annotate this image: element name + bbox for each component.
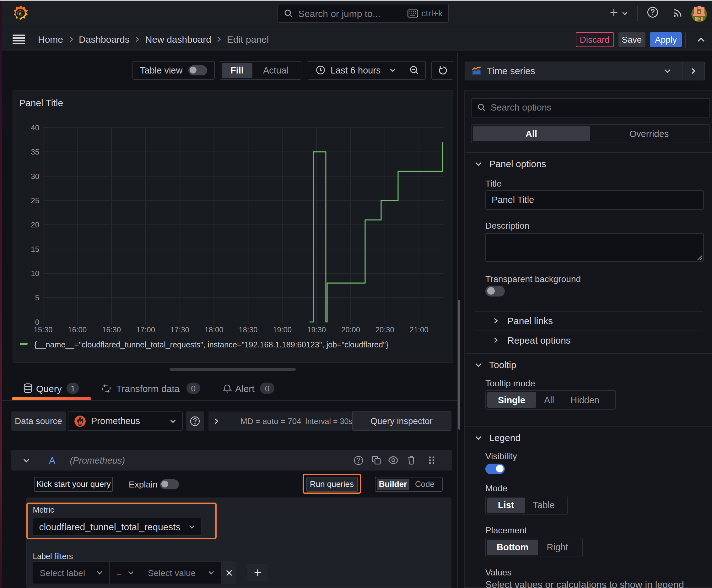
svg-text:15:30: 15:30	[33, 325, 52, 334]
svg-text:35: 35	[30, 147, 39, 156]
svg-text:16:30: 16:30	[102, 325, 121, 334]
svg-text:19:00: 19:00	[273, 325, 291, 334]
svg-text:0: 0	[35, 318, 39, 326]
svg-text:19:30: 19:30	[307, 325, 326, 334]
svg-text:25: 25	[30, 196, 39, 205]
svg-text:20:00: 20:00	[341, 325, 360, 334]
svg-text:17:30: 17:30	[170, 325, 189, 334]
svg-text:20: 20	[30, 220, 39, 229]
svg-text:5: 5	[35, 293, 39, 301]
svg-text:30: 30	[30, 172, 39, 180]
svg-text:18:00: 18:00	[204, 325, 223, 334]
svg-text:40: 40	[30, 123, 39, 132]
svg-text:15: 15	[30, 245, 39, 253]
svg-text:17:00: 17:00	[136, 325, 155, 334]
svg-text:21:00: 21:00	[409, 325, 428, 334]
svg-text:20:30: 20:30	[375, 325, 394, 334]
svg-text:10: 10	[30, 269, 39, 277]
svg-text:18:30: 18:30	[238, 325, 257, 334]
svg-text:16:00: 16:00	[67, 325, 86, 334]
svg-text:{__name__="cloudflared_tunnel_: {__name__="cloudflared_tunnel_total_requ…	[34, 340, 388, 349]
